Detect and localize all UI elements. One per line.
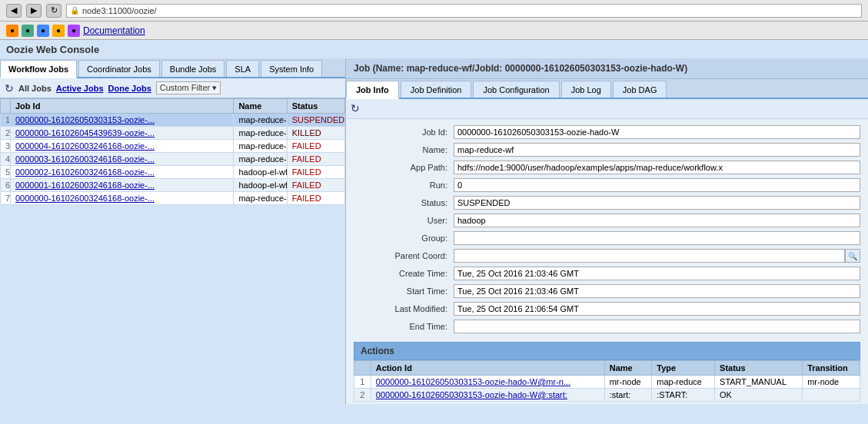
row-job-id[interactable]: 0000000-161026050303153-oozie-... xyxy=(11,114,234,127)
row-job-id[interactable]: 0000001-161026003246168-oozie-... xyxy=(11,179,234,192)
row-num: 4 xyxy=(1,153,11,166)
row-status: KILLED xyxy=(287,127,344,140)
table-row[interactable]: 2 0000000-161026045439639-oozie-... map-… xyxy=(1,127,345,140)
end-time-value xyxy=(454,320,860,333)
actions-row-name: mr-node xyxy=(604,376,652,389)
field-last-modified: Last Modified: xyxy=(354,302,860,316)
row-status: FAILED xyxy=(287,166,344,179)
browser-toolbar: ◀ ▶ ↻ 🔒 node3:11000/oozie/ xyxy=(0,0,868,22)
refresh-icon[interactable]: ↻ xyxy=(5,82,14,94)
toolbar-icon-1[interactable]: ● xyxy=(6,25,18,37)
tab-job-configuration[interactable]: Job Configuration xyxy=(473,81,559,98)
user-label: User: xyxy=(354,216,454,225)
documentation-link[interactable]: Documentation xyxy=(83,25,145,36)
parent-coord-search-button[interactable]: 🔍 xyxy=(845,249,860,263)
row-job-id[interactable]: 0000000-161026045439639-oozie-... xyxy=(11,127,234,140)
row-status: FAILED xyxy=(287,153,344,166)
row-num: 1 xyxy=(1,114,11,127)
field-start-time: Start Time: xyxy=(354,284,860,298)
table-row[interactable]: 3 0000004-161026003246168-oozie-... map-… xyxy=(1,140,345,153)
actions-header: Actions xyxy=(354,342,860,360)
filter-active-jobs[interactable]: Active Jobs xyxy=(56,84,104,93)
job-info-form: Job Id: Name: App Path: Run: Status: xyxy=(354,125,860,333)
parent-coord-label: Parent Coord: xyxy=(354,251,454,260)
start-time-label: Start Time: xyxy=(354,287,454,296)
row-status: FAILED xyxy=(287,140,344,153)
app-path-label: App Path: xyxy=(354,163,454,172)
field-parent-coord: Parent Coord: 🔍 xyxy=(354,249,860,263)
right-content[interactable]: Job Id: Name: App Path: Run: Status: xyxy=(346,119,868,404)
toolbar-icon-5[interactable]: ● xyxy=(68,25,80,37)
actions-row-num: 2 xyxy=(354,389,371,402)
actions-row-type: :START: xyxy=(652,389,715,402)
actions-table-row[interactable]: 1 0000000-161026050303153-oozie-hado-W@m… xyxy=(354,376,860,389)
field-create-time: Create Time: xyxy=(354,267,860,280)
tab-job-info[interactable]: Job Info xyxy=(346,81,399,99)
row-num: 2 xyxy=(1,127,11,140)
table-row[interactable]: 1 0000000-161026050303153-oozie-... map-… xyxy=(1,114,345,127)
forward-button[interactable]: ▶ xyxy=(26,4,42,18)
filter-done-jobs[interactable]: Done Jobs xyxy=(108,84,151,93)
filter-custom-filter[interactable]: Custom Filter ▾ xyxy=(156,81,221,94)
lock-icon: 🔒 xyxy=(70,6,79,15)
row-job-id[interactable]: 0000000-161026003246168-oozie-... xyxy=(11,192,234,205)
group-value xyxy=(454,231,860,245)
field-app-path: App Path: xyxy=(354,161,860,174)
name-label: Name: xyxy=(354,145,454,154)
actions-row-type: map-reduce xyxy=(652,376,715,389)
create-time-value xyxy=(454,267,860,280)
row-job-id[interactable]: 0000003-161026003246168-oozie-... xyxy=(11,153,234,166)
actions-row-id[interactable]: 0000000-161026050303153-oozie-hado-W@:st… xyxy=(371,389,604,402)
tab-job-definition[interactable]: Job Definition xyxy=(401,81,472,98)
tab-job-log[interactable]: Job Log xyxy=(561,81,611,98)
tab-sla[interactable]: SLA xyxy=(226,60,259,77)
tab-job-dag[interactable]: Job DAG xyxy=(613,81,667,98)
jobs-table-scroll[interactable]: Job Id Name Status 1 0000000-16102605030… xyxy=(0,98,345,404)
row-name: hadoop-el-wf xyxy=(234,179,287,192)
actions-col-type: Type xyxy=(652,361,715,376)
field-name: Name: xyxy=(354,143,860,157)
reload-button[interactable]: ↻ xyxy=(46,4,62,18)
actions-row-status: OK xyxy=(715,389,803,402)
col-header-jobid: Job Id xyxy=(11,99,234,114)
row-num: 7 xyxy=(1,192,11,205)
tab-bundle-jobs[interactable]: Bundle Jobs xyxy=(161,60,225,77)
back-button[interactable]: ◀ xyxy=(6,4,22,18)
main-layout: Workflow Jobs Coordinator Jobs Bundle Jo… xyxy=(0,58,868,404)
job-id-label: Job Id: xyxy=(354,128,454,137)
start-time-value xyxy=(454,284,860,298)
field-end-time: End Time: xyxy=(354,320,860,333)
left-panel: Workflow Jobs Coordinator Jobs Bundle Jo… xyxy=(0,58,346,404)
row-num: 3 xyxy=(1,140,11,153)
row-name: hadoop-el-wf xyxy=(234,166,287,179)
row-status: FAILED xyxy=(287,179,344,192)
col-header-name: Name xyxy=(234,99,287,114)
row-name: map-reduce-wf xyxy=(234,153,287,166)
row-job-id[interactable]: 0000004-161026003246168-oozie-... xyxy=(11,140,234,153)
info-refresh-icon[interactable]: ↻ xyxy=(351,102,360,114)
toolbar-icon-3[interactable]: ● xyxy=(37,25,49,37)
status-label: Status: xyxy=(354,198,454,207)
actions-row-id[interactable]: 0000000-161026050303153-oozie-hado-W@mr-… xyxy=(371,376,604,389)
table-row[interactable]: 4 0000003-161026003246168-oozie-... map-… xyxy=(1,153,345,166)
row-job-id[interactable]: 0000002-161026003246168-oozie-... xyxy=(11,166,234,179)
run-label: Run: xyxy=(354,181,454,190)
table-row[interactable]: 7 0000000-161026003246168-oozie-... map-… xyxy=(1,192,345,205)
url-bar[interactable]: 🔒 node3:11000/oozie/ xyxy=(66,4,862,18)
tab-system-info[interactable]: System Info xyxy=(261,60,322,77)
col-header-status: Status xyxy=(287,99,344,114)
actions-row-transition xyxy=(803,389,860,402)
jobs-table: Job Id Name Status 1 0000000-16102605030… xyxy=(0,98,345,205)
table-row[interactable]: 6 0000001-161026003246168-oozie-... hado… xyxy=(1,179,345,192)
tab-coordinator-jobs[interactable]: Coordinator Jobs xyxy=(78,60,160,77)
row-name: map-reduce-wf xyxy=(234,140,287,153)
filter-all-jobs[interactable]: All Jobs xyxy=(18,84,52,93)
actions-col-transition: Transition xyxy=(803,361,860,376)
actions-table-row[interactable]: 2 0000000-161026050303153-oozie-hado-W@:… xyxy=(354,389,860,402)
toolbar-icon-2[interactable]: ● xyxy=(22,25,34,37)
table-row[interactable]: 5 0000002-161026003246168-oozie-... hado… xyxy=(1,166,345,179)
toolbar-icon-4[interactable]: ● xyxy=(52,25,65,37)
row-num: 6 xyxy=(1,179,11,192)
tab-workflow-jobs[interactable]: Workflow Jobs xyxy=(0,60,77,78)
actions-row-status: START_MANUAL xyxy=(715,376,803,389)
